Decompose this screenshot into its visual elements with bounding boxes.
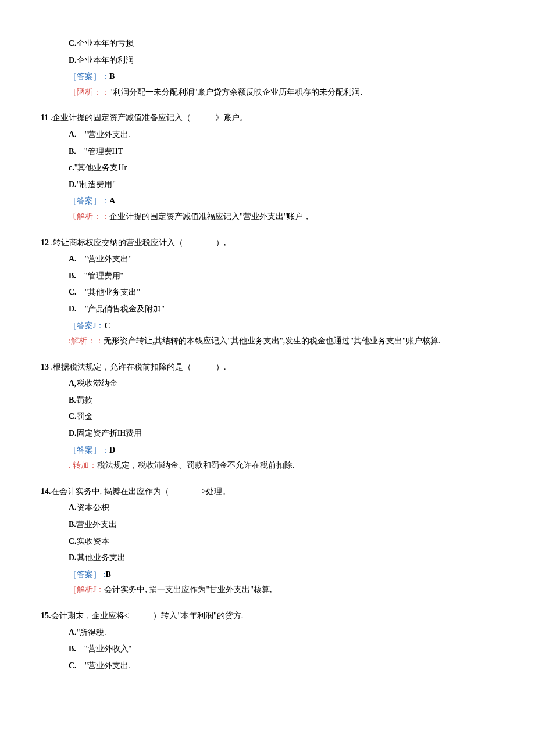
option-text: "营业外支出.	[77, 661, 131, 670]
option-label: A.	[69, 130, 77, 139]
analysis-text: "利润分配一未分配利润"账户贷方余额反映企业历年积存的未分配利润.	[109, 88, 362, 96]
analysis-text: 会计实务中, 捐一支出应作为"甘业外支出"核算,	[104, 585, 272, 594]
option-text: 企业本年的利润	[77, 56, 134, 65]
option-label: D.	[69, 56, 77, 65]
question-stem: 11 .企业计提的固定资产减值准备应记入（ 》账户。	[41, 110, 494, 126]
option-label: D.	[69, 429, 77, 438]
stem-text: 在会计实务中, 揭瓣在出应作为（ >处理。	[51, 487, 231, 496]
option-label: B.	[69, 147, 76, 156]
answer-line: ［答案］：A	[69, 194, 494, 209]
option-text: "营业外支出.	[77, 130, 131, 139]
option-list: C.企业本年的亏损 D.企业本年的利润	[69, 36, 494, 68]
option-a: A.资本公枳	[69, 500, 494, 516]
option-list: A."所得税. B. "营业外收入" C. "营业外支出.	[69, 625, 494, 674]
option-text: "管理费HT	[76, 147, 123, 156]
answer-line: ［答案］：D	[69, 443, 494, 458]
option-label: C.	[69, 537, 77, 546]
option-c: C. "营业外支出.	[69, 658, 494, 674]
option-d: D.企业本年的利润	[69, 53, 494, 69]
question-stem: 15.会计期末，企业应将< ）转入"本年利润"的贷方.	[41, 608, 494, 624]
analysis-label: ［解析J：	[69, 585, 104, 594]
option-b: B. "管理费HT	[69, 144, 494, 160]
answer-label: ［答案］：	[69, 196, 109, 205]
answer-value: B	[105, 570, 110, 579]
option-text: 其他业务支出	[77, 553, 126, 562]
answer-value: C	[104, 321, 110, 330]
option-a: A. "营业外支出"	[69, 252, 494, 267]
answer-line: ［答案J：C	[69, 318, 494, 334]
option-text: "产品俏售税金及附加"	[77, 304, 165, 313]
analysis-line: 〔解析：：企业计提的围定资产减值准福应记入"营业外支出"账户，	[69, 209, 494, 225]
option-text: "营业外收入"	[76, 644, 131, 653]
analysis-label: ［陋析：：	[69, 88, 109, 96]
option-text: "管理费用"	[76, 271, 123, 280]
question-number: 14.	[41, 487, 51, 496]
option-text: "其他业务支出"	[77, 288, 140, 296]
question-number: 13	[41, 363, 49, 371]
option-label: A.	[69, 503, 77, 512]
option-c: C.实收资本	[69, 534, 494, 550]
answer-line: ［答案］ :B	[69, 567, 494, 583]
option-list: A. "营业外支出" B. "管理费用" C. "其他业务支出" D. "产品俏…	[69, 252, 494, 317]
option-list: A,税收滞纳金 B.罚款 C.罚金 D.固定资产折IH费用	[69, 376, 494, 441]
option-b: B.营业外支出	[69, 517, 494, 533]
option-b: B. "管理费用"	[69, 268, 494, 284]
option-text: 资本公枳	[77, 503, 109, 512]
option-text: "营业外支出"	[77, 255, 132, 263]
option-b: B.罚款	[69, 393, 494, 409]
option-a: A."所得税.	[69, 625, 494, 641]
stem-text: .根据税法规定，允许在税前扣除的是（ ）.	[49, 363, 226, 371]
question-12: 12 .转让商标权应交纳的营业税应计入（ ）, A. "营业外支出" B. "管…	[41, 235, 494, 349]
option-text: 罚款	[76, 396, 92, 404]
analysis-line: . 转加：税法规定，税收沛纳金、罚款和罚金不允许在税前扣除.	[69, 458, 494, 474]
option-d: D. "产品俏售税金及附加"	[69, 302, 494, 317]
option-b: B. "营业外收入"	[69, 642, 494, 657]
question-15: 15.会计期末，企业应将< ）转入"本年利润"的贷方. A."所得税. B. "…	[41, 608, 494, 673]
option-text: 固定资产折IH费用	[77, 429, 142, 438]
option-label: B.	[69, 644, 76, 653]
analysis-line: ［解析J：会计实务中, 捐一支出应作为"甘业外支出"核算,	[69, 582, 494, 598]
option-label: A,	[69, 379, 77, 388]
answer-label: ［答案］：	[69, 72, 109, 81]
option-c: C. "其他业务支出"	[69, 285, 494, 300]
analysis-line: :解析：：无形资产转让,其结转的本钱应记入"其他业务支出",发生的税金也通过"其…	[69, 334, 494, 349]
option-c: c."其他业务支Hr	[69, 160, 494, 176]
answer-label: ［答案J：	[69, 321, 104, 330]
option-c: C.企业本年的亏损	[69, 36, 494, 52]
option-label: B.	[69, 396, 76, 404]
question-14: 14.在会计实务中, 揭瓣在出应作为（ >处理。 A.资本公枳 B.营业外支出 …	[41, 484, 494, 598]
option-label: C.	[69, 39, 77, 48]
option-label: D.	[69, 553, 77, 562]
option-label: C.	[69, 412, 77, 421]
option-label: B.	[69, 520, 76, 529]
option-text: 罚金	[77, 412, 93, 421]
option-a: A. "营业外支出.	[69, 127, 494, 143]
option-label: A.	[69, 628, 77, 637]
question-stem: 13 .根据税法规定，允许在税前扣除的是（ ）.	[41, 360, 494, 375]
answer-value: D	[109, 446, 115, 454]
option-text: 企业本年的亏损	[77, 39, 134, 48]
question-stem: 14.在会计实务中, 揭瓣在出应作为（ >处理。	[41, 484, 494, 500]
analysis-label: 〔解析：：	[69, 212, 109, 221]
answer-line: ［答案］：B	[69, 69, 494, 85]
question-prefix: C.企业本年的亏损 D.企业本年的利润 ［答案］：B ［陋析：："利润分配一未分…	[41, 36, 494, 100]
option-text: "制造费用"	[77, 180, 116, 189]
option-label: B.	[69, 271, 76, 280]
option-label: C.	[69, 661, 77, 670]
question-number: 12	[41, 238, 49, 247]
option-list: A.资本公枳 B.营业外支出 C.实收资本 D.其他业务支出	[69, 500, 494, 565]
option-label: c.	[69, 163, 74, 172]
analysis-label: :解析：：	[69, 336, 104, 345]
answer-label: ［答案］：	[69, 446, 109, 454]
answer-label: ［答案］ :	[69, 570, 105, 579]
option-text: 税收滞纳金	[77, 379, 117, 388]
stem-text: .企业计提的固定资产减值准备应记入（ 》账户。	[48, 113, 248, 122]
option-d: D.其他业务支出	[69, 550, 494, 566]
option-d: D."制造费用"	[69, 177, 494, 193]
stem-text: 会计期末，企业应将< ）转入"本年利润"的贷方.	[51, 611, 244, 620]
option-label: C.	[69, 288, 77, 296]
stem-text: .转让商标权应交纳的营业税应计入（ ）,	[49, 238, 226, 247]
option-text: 实收资本	[77, 537, 109, 546]
option-a: A,税收滞纳金	[69, 376, 494, 392]
analysis-text: 企业计提的围定资产减值准福应记入"营业外支出"账户，	[109, 212, 311, 221]
